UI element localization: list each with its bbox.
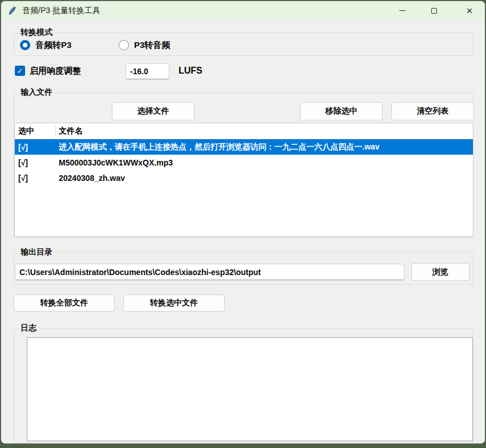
lufs-input[interactable]: -16.0 [125, 63, 169, 79]
radio-p3-to-audio-label: P3转音频 [134, 40, 170, 51]
table-row[interactable]: [√] 20240308_zh.wav [15, 170, 473, 185]
minimize-icon [399, 10, 406, 11]
table-row[interactable]: [√] 进入配网模式，请在手机上连接热点，然后打开浏览器访问：一九二点一六八点四… [15, 139, 473, 155]
radio-audio-to-p3-label: 音频转P3 [35, 40, 71, 51]
maximize-button[interactable] [421, 1, 447, 20]
close-icon: × [466, 5, 472, 16]
table-row[interactable]: [√] M500003J0cWK1WWxQX.mp3 [15, 155, 473, 170]
maximize-icon [431, 8, 437, 14]
output-group-label: 输出目录 [18, 247, 55, 257]
row-filename-cell: 进入配网模式，请在手机上连接热点，然后打开浏览器访问：一九二点一六八点四点一.w… [59, 142, 473, 152]
window-title: 音频/P3 批量转换工具 [22, 6, 100, 16]
checkmark-icon: ✓ [17, 67, 23, 75]
radio-p3-to-audio[interactable]: P3转音频 [119, 39, 170, 51]
lufs-unit-label: LUFS [179, 66, 202, 76]
input-files-groupbox: 输入文件 选择文件 移除选中 清空列表 选中 文件名 [√] 进入配网模式，请在… [14, 92, 473, 238]
column-separator [55, 126, 56, 136]
file-list-header[interactable]: 选中 文件名 [15, 123, 473, 139]
minimize-button[interactable] [389, 1, 415, 20]
log-group-label: 日志 [18, 323, 39, 333]
row-filename-cell: 20240308_zh.wav [59, 173, 473, 183]
close-button[interactable]: × [456, 1, 483, 20]
python-feather-icon [7, 6, 18, 16]
mode-group-label: 转换模式 [18, 27, 55, 38]
radio-selected-icon [20, 40, 30, 50]
mode-groupbox: 转换模式 音频转P3 P3转音频 [14, 33, 473, 56]
input-group-label: 输入文件 [18, 87, 55, 98]
app-window: 音频/P3 批量转换工具 × 转换模式 音频转P3 P3转音频 ✓ 启用响度调整… [1, 1, 485, 444]
clear-list-button[interactable]: 清空列表 [391, 102, 474, 120]
log-groupbox: 日志 [14, 328, 473, 443]
row-filename-cell: M500003J0cWK1WWxQX.mp3 [59, 158, 473, 167]
row-checked-cell: [√] [15, 143, 59, 152]
log-textarea[interactable] [27, 337, 473, 441]
select-files-button[interactable]: 选择文件 [112, 102, 195, 120]
titlebar: 音频/P3 批量转换工具 × [1, 1, 485, 20]
browse-button[interactable]: 浏览 [411, 263, 469, 281]
output-dir-groupbox: 输出目录 C:\Users\Administrator\Documents\Co… [14, 252, 473, 285]
radio-audio-to-p3[interactable]: 音频转P3 [20, 39, 71, 51]
header-checked-column[interactable]: 选中 [15, 126, 59, 136]
loudness-checkbox-label: 启用响度调整 [30, 66, 81, 76]
remove-selected-button[interactable]: 移除选中 [300, 102, 383, 120]
row-checked-cell: [√] [15, 173, 59, 183]
convert-all-button[interactable]: 转换全部文件 [14, 294, 115, 312]
header-filename-column[interactable]: 文件名 [59, 126, 473, 136]
convert-selected-button[interactable]: 转换选中文件 [123, 294, 225, 312]
output-path-input[interactable]: C:\Users\Administrator\Documents\Codes\x… [15, 264, 404, 280]
loudness-checkbox[interactable]: ✓ [15, 66, 25, 76]
file-list-table[interactable]: 选中 文件名 [√] 进入配网模式，请在手机上连接热点，然后打开浏览器访问：一九… [14, 123, 473, 237]
row-checked-cell: [√] [15, 158, 59, 167]
radio-unselected-icon [119, 40, 129, 50]
